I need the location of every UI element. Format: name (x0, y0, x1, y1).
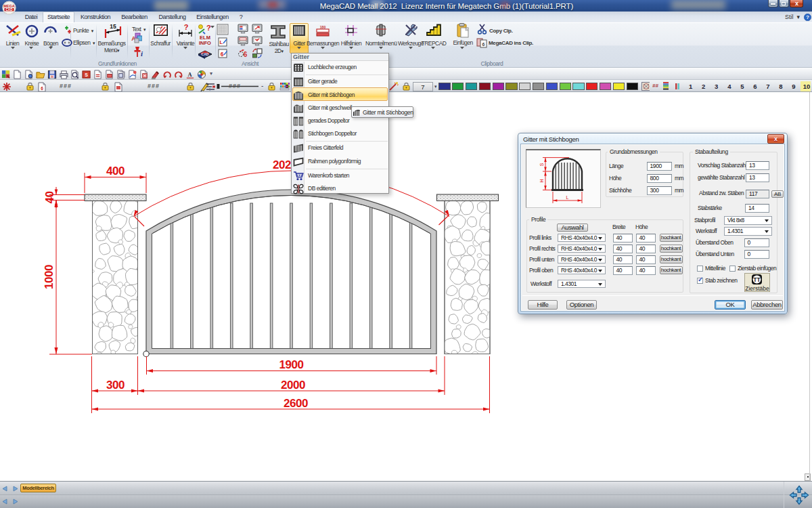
svg-text:CAD: CAD (6, 8, 14, 12)
svg-text:180: 180 (320, 25, 326, 29)
svg-text:15: 15 (110, 23, 116, 30)
svg-text:?: ? (184, 24, 189, 31)
svg-text:L: L (220, 39, 223, 45)
svg-text:i: i (141, 49, 143, 58)
svg-text:40: 40 (43, 191, 56, 203)
svg-text:6: 6 (221, 51, 224, 58)
svg-text:1900: 1900 (279, 358, 303, 371)
svg-text:A: A (188, 72, 192, 78)
svg-text:2000: 2000 (281, 379, 305, 391)
svg-text:L: L (566, 195, 569, 200)
svg-text:CAD: CAD (202, 52, 209, 56)
svg-text:H: H (539, 179, 544, 182)
svg-text:?: ? (806, 14, 809, 20)
svg-text:6: 6 (482, 42, 485, 47)
svg-text:2600: 2600 (284, 397, 308, 410)
svg-text:H: H (51, 75, 53, 79)
svg-text:1000: 1000 (43, 265, 55, 289)
svg-text:TT: TT (753, 276, 761, 283)
svg-text:6: 6 (41, 86, 43, 91)
svg-text:6: 6 (244, 51, 248, 58)
svg-text:S: S (539, 163, 544, 166)
svg-text:300: 300 (106, 379, 125, 391)
svg-text:400: 400 (106, 165, 125, 177)
svg-text:S: S (85, 72, 88, 77)
svg-text:MEGA: MEGA (3, 4, 15, 8)
